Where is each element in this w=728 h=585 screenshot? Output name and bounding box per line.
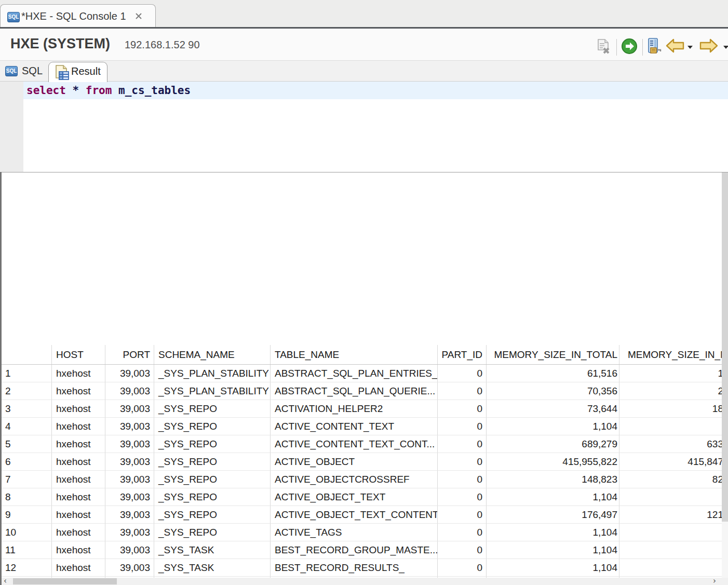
- column-header-MEMORY_SIZE_IN_TOTAL[interactable]: MEMORY_SIZE_IN_TOTAL: [487, 345, 619, 364]
- table-row[interactable]: 12hxehost39,003_SYS_TASKBEST_RECORD_RESU…: [0, 559, 728, 577]
- table-cell[interactable]: ACTIVATION_HELPER2: [271, 400, 438, 418]
- table-cell[interactable]: 0: [438, 418, 487, 435]
- table-cell[interactable]: hxehost: [52, 559, 105, 577]
- table-row[interactable]: 7hxehost39,003_SYS_REPOACTIVE_OBJECTCROS…: [0, 471, 728, 488]
- gold-left-arrow-icon[interactable]: [666, 38, 684, 54]
- table-cell[interactable]: ACTIVE_TAGS: [271, 524, 438, 541]
- table-cell[interactable]: hxehost: [52, 524, 105, 541]
- table-cell[interactable]: 73,644: [487, 400, 619, 418]
- table-cell[interactable]: 39,003: [105, 524, 154, 541]
- table-cell[interactable]: _SYS_REPO: [154, 506, 271, 524]
- table-cell[interactable]: 0: [438, 471, 487, 488]
- table-cell[interactable]: _SYS_REPO: [154, 453, 271, 471]
- table-cell[interactable]: 2: [619, 382, 728, 400]
- table-cell[interactable]: 82: [619, 471, 728, 488]
- table-cell[interactable]: hxehost: [52, 471, 105, 488]
- table-cell[interactable]: _SYS_TASK: [154, 559, 271, 577]
- gold-right-arrow-icon[interactable]: [699, 38, 718, 54]
- table-cell[interactable]: 0: [438, 435, 487, 453]
- table-row[interactable]: 6hxehost39,003_SYS_REPOACTIVE_OBJECT0415…: [0, 453, 728, 471]
- table-cell[interactable]: 1,104: [487, 488, 619, 506]
- vertical-scrollbar[interactable]: [722, 172, 728, 578]
- table-row[interactable]: 3hxehost39,003_SYS_REPOACTIVATION_HELPER…: [0, 400, 728, 418]
- horizontal-scrollbar-thumb[interactable]: [13, 578, 117, 584]
- table-row[interactable]: 9hxehost39,003_SYS_REPOACTIVE_OBJECT_TEX…: [0, 506, 728, 524]
- forward-dropdown-caret-icon[interactable]: [723, 45, 728, 49]
- table-cell[interactable]: [619, 418, 728, 435]
- table-cell[interactable]: 3: [0, 400, 52, 418]
- table-cell[interactable]: ACTIVE_CONTENT_TEXT_CONT...: [271, 435, 438, 453]
- table-cell[interactable]: 9: [0, 506, 52, 524]
- table-cell[interactable]: hxehost: [52, 435, 105, 453]
- table-row[interactable]: 1hxehost39,003_SYS_PLAN_STABILITYABSTRAC…: [0, 365, 728, 382]
- table-cell[interactable]: ACTIVE_OBJECT_TEXT: [271, 488, 438, 506]
- column-header-TABLE_NAME[interactable]: TABLE_NAME: [271, 345, 438, 364]
- table-cell[interactable]: 1,104: [487, 541, 619, 559]
- column-header-SCHEMA_NAME[interactable]: SCHEMA_NAME: [154, 345, 271, 364]
- table-cell[interactable]: _SYS_TASK: [154, 541, 271, 559]
- table-cell[interactable]: ACTIVE_OBJECT_TEXT_CONTENT: [271, 506, 438, 524]
- table-cell[interactable]: _SYS_REPO: [154, 400, 271, 418]
- table-cell[interactable]: 0: [438, 365, 487, 382]
- table-cell[interactable]: 633: [619, 435, 728, 453]
- table-cell[interactable]: 0: [438, 382, 487, 400]
- table-cell[interactable]: ACTIVE_OBJECT: [271, 453, 438, 471]
- table-cell[interactable]: 1,104: [487, 418, 619, 435]
- table-cell[interactable]: hxehost: [52, 418, 105, 435]
- table-cell[interactable]: 0: [438, 400, 487, 418]
- table-cell[interactable]: hxehost: [52, 365, 105, 382]
- table-cell[interactable]: _SYS_PLAN_STABILITY: [154, 382, 271, 400]
- table-row[interactable]: 10hxehost39,003_SYS_REPOACTIVE_TAGS01,10…: [0, 524, 728, 541]
- table-cell[interactable]: hxehost: [52, 453, 105, 471]
- column-header-rownum[interactable]: [0, 345, 52, 364]
- table-cell[interactable]: ABSTRACT_SQL_PLAN_QUERIE...: [271, 382, 438, 400]
- table-row[interactable]: 8hxehost39,003_SYS_REPOACTIVE_OBJECT_TEX…: [0, 488, 728, 506]
- table-cell[interactable]: 0: [438, 524, 487, 541]
- scroll-right-arrow-icon[interactable]: ›: [710, 577, 719, 584]
- table-cell[interactable]: hxehost: [52, 506, 105, 524]
- horizontal-scrollbar[interactable]: ‹ ›: [0, 578, 728, 585]
- table-cell[interactable]: _SYS_REPO: [154, 471, 271, 488]
- table-cell[interactable]: 2: [0, 382, 52, 400]
- table-cell[interactable]: 415,847: [619, 453, 728, 471]
- table-cell[interactable]: 10: [0, 524, 52, 541]
- table-cell[interactable]: BEST_RECORD_RESULTS_: [271, 559, 438, 577]
- table-cell[interactable]: 39,003: [105, 400, 154, 418]
- database-server-icon[interactable]: [646, 38, 663, 55]
- table-cell[interactable]: BEST_RECORD_GROUP_MASTE...: [271, 541, 438, 559]
- table-cell[interactable]: ABSTRACT_SQL_PLAN_ENTRIES_: [271, 365, 438, 382]
- table-cell[interactable]: _SYS_REPO: [154, 418, 271, 435]
- table-cell[interactable]: 12: [0, 559, 52, 577]
- table-cell[interactable]: 0: [438, 453, 487, 471]
- table-cell[interactable]: 0: [438, 541, 487, 559]
- table-cell[interactable]: [619, 559, 728, 577]
- back-dropdown-caret-icon[interactable]: [687, 45, 693, 49]
- close-icon[interactable]: [134, 12, 143, 20]
- table-cell[interactable]: [619, 524, 728, 541]
- table-cell[interactable]: 4: [0, 418, 52, 435]
- table-cell[interactable]: 148,823: [487, 471, 619, 488]
- table-cell[interactable]: 70,356: [487, 382, 619, 400]
- table-row[interactable]: 4hxehost39,003_SYS_REPOACTIVE_CONTENT_TE…: [0, 418, 728, 435]
- table-cell[interactable]: ACTIVE_OBJECTCROSSREF: [271, 471, 438, 488]
- table-cell[interactable]: 39,003: [105, 435, 154, 453]
- table-cell[interactable]: 0: [438, 506, 487, 524]
- table-cell[interactable]: 61,516: [487, 365, 619, 382]
- table-row[interactable]: 11hxehost39,003_SYS_TASKBEST_RECORD_GROU…: [0, 541, 728, 559]
- table-cell[interactable]: hxehost: [52, 488, 105, 506]
- column-header-PORT[interactable]: PORT: [105, 345, 154, 364]
- table-cell[interactable]: hxehost: [52, 541, 105, 559]
- tab-sql[interactable]: SQL SQL: [0, 61, 47, 82]
- table-cell[interactable]: 1,104: [487, 559, 619, 577]
- table-cell[interactable]: 39,003: [105, 506, 154, 524]
- execute-green-arrow-icon[interactable]: [621, 38, 638, 55]
- table-cell[interactable]: 176,497: [487, 506, 619, 524]
- column-header-MEMORY_SIZE_IN_M[interactable]: MEMORY_SIZE_IN_M: [619, 345, 728, 364]
- table-cell[interactable]: 415,955,822: [487, 453, 619, 471]
- table-row[interactable]: 5hxehost39,003_SYS_REPOACTIVE_CONTENT_TE…: [0, 435, 728, 453]
- table-cell[interactable]: 6: [0, 453, 52, 471]
- table-cell[interactable]: 121: [619, 506, 728, 524]
- table-row[interactable]: 2hxehost39,003_SYS_PLAN_STABILITYABSTRAC…: [0, 382, 728, 400]
- table-cell[interactable]: [619, 488, 728, 506]
- tab-result[interactable]: Result: [48, 62, 107, 82]
